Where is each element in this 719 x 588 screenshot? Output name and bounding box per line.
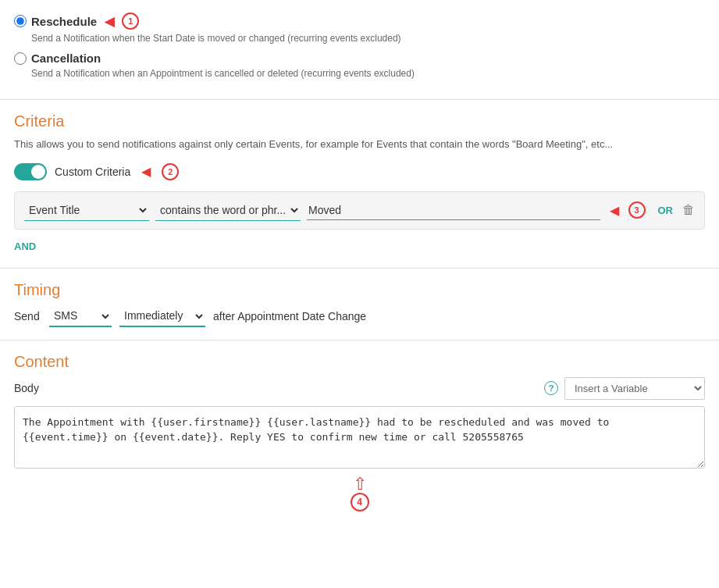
content-title: Content — [14, 353, 705, 371]
reschedule-label: Reschedule — [31, 15, 97, 28]
criteria-value-input[interactable] — [307, 201, 600, 220]
body-annotation-number: 4 — [351, 493, 369, 511]
delete-criteria-button[interactable]: 🗑 — [682, 203, 695, 217]
content-section: Content Body ? Insert a Variable The App… — [0, 340, 719, 524]
criteria-filter-row: Event Title contains the word or phr... … — [14, 191, 705, 230]
sms-select[interactable]: SMS Email Push — [49, 305, 112, 327]
immediately-select[interactable]: Immediately 1 hour before 1 day before — [119, 305, 205, 327]
custom-criteria-label: Custom Criteria — [55, 166, 130, 178]
or-button[interactable]: OR — [658, 205, 674, 216]
body-label: Body — [14, 382, 39, 394]
timing-row: Send SMS Email Push Immediately 1 hour b… — [14, 305, 705, 327]
after-appointment-text: after Appointment Date Change — [213, 310, 366, 323]
cancellation-radio[interactable] — [14, 52, 27, 65]
cancellation-description: Send a Notification when an Appointment … — [31, 68, 705, 79]
criteria-section: Criteria This allows you to send notific… — [0, 100, 719, 269]
custom-criteria-annotation: 2 — [162, 163, 179, 180]
body-up-arrow-icon: ⇧ — [14, 476, 705, 493]
criteria-value-annotation: 3 — [628, 201, 646, 219]
help-icon[interactable]: ? — [544, 381, 558, 395]
criteria-condition-select[interactable]: contains the word or phr... — [155, 200, 301, 221]
cancellation-row: Cancellation — [14, 52, 705, 65]
reschedule-radio[interactable] — [14, 15, 27, 27]
custom-criteria-arrow-icon: ◀ — [141, 164, 151, 179]
reschedule-arrow-icon: ◀ — [105, 14, 114, 29]
criteria-value-arrow-icon: ◀ — [610, 203, 619, 218]
criteria-title: Criteria — [14, 112, 705, 130]
notification-type-section: Reschedule ◀ 1 Send a Notification when … — [0, 0, 719, 100]
reschedule-annotation: 1 — [122, 12, 139, 30]
body-textarea[interactable]: The Appointment with {{user.firstname}} … — [14, 406, 705, 469]
insert-variable-container: ? Insert a Variable — [544, 377, 705, 400]
body-annotation-wrapper: ⇧ 4 — [14, 476, 705, 511]
insert-variable-select[interactable]: Insert a Variable — [564, 377, 705, 400]
cancellation-label: Cancellation — [31, 52, 101, 65]
reschedule-description: Send a Notification when the Start Date … — [31, 33, 705, 44]
body-row: Body ? Insert a Variable — [14, 377, 705, 400]
timing-section: Timing Send SMS Email Push Immediately 1… — [0, 269, 719, 340]
reschedule-row: Reschedule ◀ 1 — [14, 12, 705, 30]
send-label: Send — [14, 310, 41, 323]
and-button[interactable]: AND — [14, 237, 705, 255]
custom-criteria-row: Custom Criteria ◀ 2 — [14, 163, 705, 180]
custom-criteria-toggle[interactable] — [14, 163, 47, 180]
criteria-field-select[interactable]: Event Title — [24, 200, 149, 221]
criteria-description: This allows you to send notifications ag… — [14, 137, 705, 152]
timing-title: Timing — [14, 281, 705, 299]
